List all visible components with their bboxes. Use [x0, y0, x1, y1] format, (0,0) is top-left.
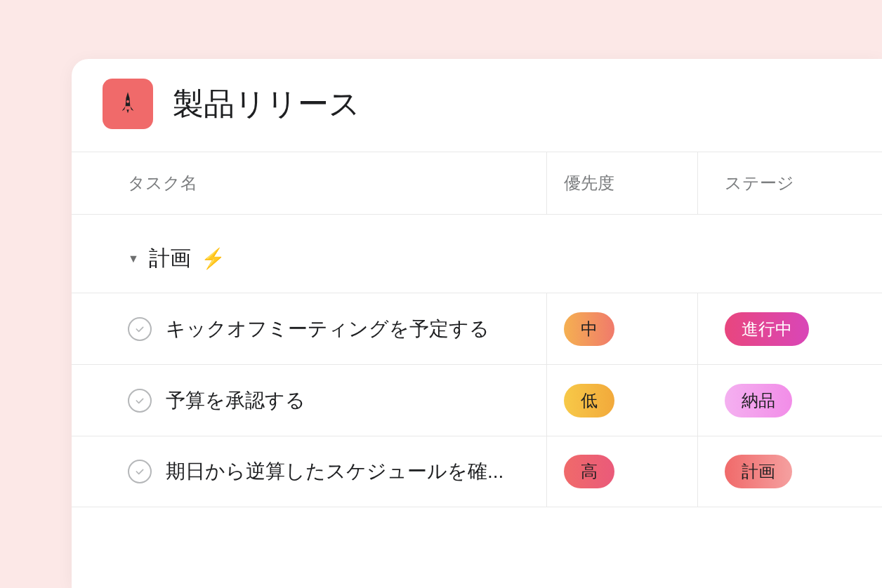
- project-card: 製品リリース タスク名 優先度 ステージ ▼ 計画 ⚡ キックオフミーティングを…: [72, 59, 882, 588]
- rocket-icon: [103, 79, 153, 129]
- stage-badge: 進行中: [725, 312, 809, 346]
- priority-badge: 低: [564, 384, 614, 417]
- check-circle-icon[interactable]: [128, 460, 152, 483]
- task-name-cell[interactable]: キックオフミーティングを予定する: [72, 293, 547, 364]
- project-header: 製品リリース: [72, 59, 882, 152]
- check-circle-icon[interactable]: [128, 317, 152, 341]
- priority-cell[interactable]: 低: [547, 365, 698, 436]
- column-header-priority[interactable]: 優先度: [547, 152, 698, 214]
- section-title: 計画: [149, 244, 191, 273]
- column-label: ステージ: [725, 173, 794, 192]
- task-name: 予算を承認する: [166, 387, 305, 414]
- section-header[interactable]: ▼ 計画 ⚡: [72, 215, 882, 293]
- stage-badge: 計画: [725, 455, 792, 488]
- table-row[interactable]: キックオフミーティングを予定する 中 進行中: [72, 293, 882, 364]
- column-header-task[interactable]: タスク名: [72, 152, 547, 214]
- task-name-cell[interactable]: 予算を承認する: [72, 365, 547, 436]
- lightning-icon[interactable]: ⚡: [201, 247, 225, 270]
- column-header-stage[interactable]: ステージ: [698, 152, 882, 214]
- priority-badge: 高: [564, 455, 614, 488]
- svg-point-0: [126, 100, 129, 103]
- check-circle-icon[interactable]: [128, 389, 152, 413]
- column-label: 優先度: [564, 173, 614, 192]
- task-name: 期日から逆算したスケジュールを確...: [166, 458, 503, 485]
- task-name: キックオフミーティングを予定する: [166, 316, 489, 342]
- priority-cell[interactable]: 高: [547, 436, 698, 507]
- stage-cell[interactable]: 計画: [698, 436, 882, 507]
- table-columns-header: タスク名 優先度 ステージ: [72, 152, 882, 215]
- priority-badge: 中: [564, 312, 614, 346]
- project-title: 製品リリース: [173, 83, 360, 125]
- column-label: タスク名: [128, 173, 197, 192]
- stage-cell[interactable]: 進行中: [698, 293, 882, 364]
- caret-down-icon[interactable]: ▼: [128, 253, 139, 265]
- priority-cell[interactable]: 中: [547, 293, 698, 364]
- table-row[interactable]: 期日から逆算したスケジュールを確... 高 計画: [72, 436, 882, 507]
- stage-cell[interactable]: 納品: [698, 365, 882, 436]
- stage-badge: 納品: [725, 384, 792, 417]
- task-name-cell[interactable]: 期日から逆算したスケジュールを確...: [72, 436, 547, 507]
- table-row[interactable]: 予算を承認する 低 納品: [72, 364, 882, 436]
